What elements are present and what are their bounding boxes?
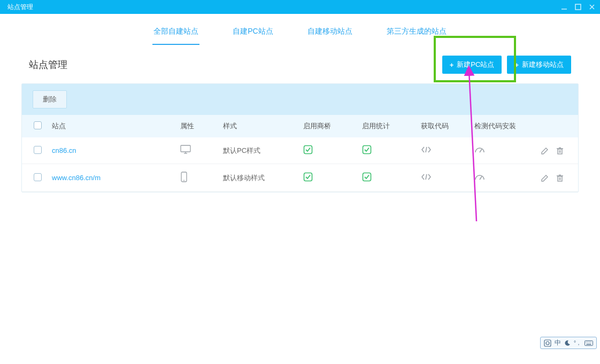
svg-rect-18 — [304, 173, 312, 181]
new-mobile-label: 新建移动站点 — [522, 60, 564, 69]
page-title: 站点管理 — [29, 58, 67, 71]
plus-icon: + — [450, 61, 454, 69]
ime-punct-icon[interactable]: °， — [574, 339, 581, 347]
row-checkbox[interactable] — [34, 146, 42, 154]
moon-icon[interactable] — [564, 340, 571, 346]
code-icon[interactable] — [421, 146, 432, 153]
delete-button[interactable]: 删除 — [33, 90, 67, 109]
col-code: 获取代码 — [417, 115, 470, 137]
svg-rect-22 — [558, 176, 562, 181]
svg-line-20 — [426, 174, 427, 180]
col-attr: 属性 — [176, 115, 219, 137]
site-link[interactable]: cn86.cn — [52, 146, 76, 154]
gauge-icon[interactable] — [474, 173, 485, 181]
svg-line-9 — [426, 147, 427, 152]
new-pc-label: 新建PC站点 — [457, 60, 494, 69]
site-panel: 删除 站点 属性 样式 启用商桥 启用统计 获取代码 检测代码安装 — [21, 83, 579, 192]
content-area: 站点管理 + 新建PC站点 + 新建移动站点 删除 站点 — [0, 56, 600, 214]
svg-rect-19 — [363, 173, 371, 181]
svg-point-17 — [183, 180, 184, 181]
minimize-icon[interactable] — [560, 3, 568, 11]
plus-icon: + — [514, 61, 519, 69]
col-style: 样式 — [219, 115, 299, 137]
keyboard-icon[interactable] — [584, 340, 593, 346]
check-toggle-icon[interactable] — [303, 145, 313, 154]
page-header: 站点管理 + 新建PC站点 + 新建移动站点 — [29, 56, 571, 74]
site-table: 站点 属性 样式 启用商桥 启用统计 获取代码 检测代码安装 cn86.cn — [22, 115, 578, 192]
new-mobile-site-button[interactable]: + 新建移动站点 — [507, 56, 571, 74]
maximize-icon[interactable] — [574, 3, 582, 11]
check-toggle-icon[interactable] — [303, 172, 313, 182]
edit-icon[interactable] — [541, 146, 549, 155]
select-all-checkbox[interactable] — [34, 121, 42, 129]
svg-rect-30 — [585, 340, 593, 345]
check-toggle-icon[interactable] — [362, 145, 372, 154]
svg-rect-28 — [544, 340, 551, 346]
col-site: 站点 — [48, 115, 176, 137]
svg-line-21 — [480, 176, 482, 180]
tab-all-self-built[interactable]: 全部自建站点 — [152, 24, 199, 45]
titlebar: 站点管理 — [0, 0, 600, 14]
panel-toolbar: 删除 — [22, 84, 578, 115]
col-stats: 启用统计 — [358, 115, 417, 137]
ime-language[interactable]: 中 — [555, 338, 561, 347]
new-pc-site-button[interactable]: + 新建PC站点 — [442, 56, 502, 74]
tab-bar: 全部自建站点 自建PC站点 自建移动站点 第三方生成的站点 — [0, 14, 600, 45]
tab-self-built-mobile[interactable]: 自建移动站点 — [306, 24, 353, 45]
col-actions — [529, 115, 578, 137]
table-row: cn86.cn 默认PC样式 — [22, 137, 578, 164]
svg-rect-1 — [575, 4, 581, 10]
table-header-row: 站点 属性 样式 启用商桥 启用统计 获取代码 检测代码安装 — [22, 115, 578, 137]
ime-toolbar[interactable]: 中 °， — [540, 337, 597, 349]
action-buttons: + 新建PC站点 + 新建移动站点 — [442, 56, 571, 74]
svg-line-10 — [480, 149, 482, 152]
tab-third-party[interactable]: 第三方生成的站点 — [386, 24, 448, 45]
desktop-icon — [180, 145, 191, 154]
trash-icon[interactable] — [556, 146, 564, 155]
trash-icon[interactable] — [556, 174, 564, 182]
svg-point-29 — [546, 342, 549, 345]
svg-rect-8 — [363, 146, 371, 154]
site-link[interactable]: www.cn86.cn/m — [52, 174, 101, 182]
close-icon[interactable] — [588, 3, 596, 11]
style-cell: 默认PC样式 — [219, 137, 299, 164]
code-icon[interactable] — [421, 173, 432, 181]
check-toggle-icon[interactable] — [362, 172, 372, 182]
window-title: 站点管理 — [7, 3, 33, 12]
style-cell: 默认移动样式 — [219, 164, 299, 192]
row-checkbox[interactable] — [34, 173, 42, 181]
mobile-icon — [180, 172, 188, 182]
ime-logo-icon — [544, 339, 551, 347]
svg-rect-11 — [558, 149, 562, 154]
svg-rect-4 — [181, 145, 190, 152]
col-bridge: 启用商桥 — [299, 115, 358, 137]
table-row: www.cn86.cn/m 默认移动样式 — [22, 164, 578, 192]
edit-icon[interactable] — [541, 174, 549, 182]
tab-self-built-pc[interactable]: 自建PC站点 — [232, 24, 274, 45]
col-check: 检测代码安装 — [470, 115, 529, 137]
gauge-icon[interactable] — [474, 146, 485, 153]
svg-rect-7 — [304, 146, 312, 154]
window-controls — [560, 3, 596, 11]
